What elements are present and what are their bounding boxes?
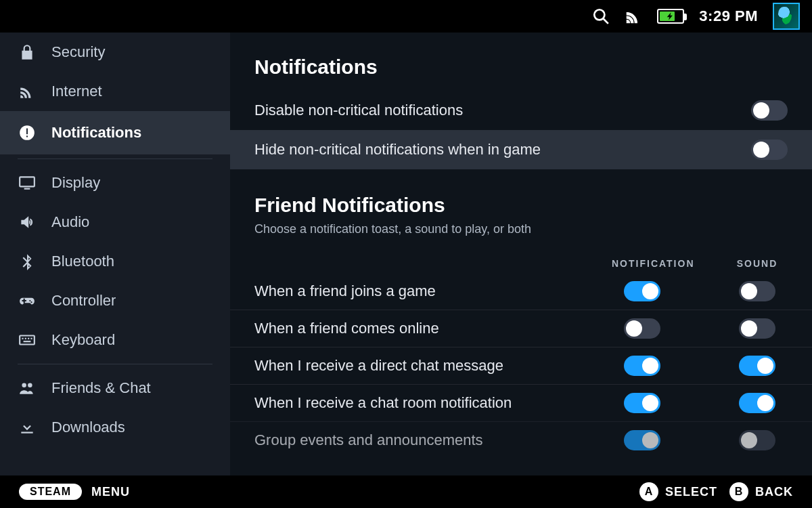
sidebar-item-bluetooth[interactable]: Bluetooth: [0, 242, 230, 281]
page-title: Notifications: [230, 56, 812, 91]
svg-rect-10: [28, 338, 29, 339]
friends-icon: [18, 379, 37, 398]
status-bar: 3:29 PM: [0, 0, 812, 33]
sidebar-item-controller[interactable]: Controller: [0, 281, 230, 320]
monitor-icon: [18, 173, 37, 192]
cast-icon[interactable]: [625, 7, 642, 25]
sidebar-item-label: Keyboard: [51, 331, 115, 349]
alert-icon: [18, 123, 37, 142]
friend-row-friend-online[interactable]: When a friend comes online: [230, 310, 812, 347]
select-hint: A SELECT: [639, 482, 717, 501]
toggle-label: Disable non-critical notifications: [254, 102, 463, 119]
steam-button[interactable]: STEAM: [19, 484, 82, 500]
menu-label: MENU: [91, 485, 130, 499]
back-label: BACK: [755, 485, 793, 499]
bottom-bar: STEAM MENU A SELECT B BACK: [0, 475, 812, 508]
svg-rect-6: [24, 188, 30, 190]
svg-point-14: [28, 383, 32, 387]
speaker-icon: [18, 213, 37, 232]
sidebar-item-label: Notifications: [51, 124, 141, 142]
bluetooth-icon: [18, 252, 37, 271]
sidebar-item-label: Internet: [51, 83, 102, 100]
sidebar-item-keyboard[interactable]: Keyboard: [0, 320, 230, 360]
svg-rect-4: [26, 135, 28, 137]
svg-rect-7: [20, 336, 35, 345]
main-panel: Notifications Disable non-critical notif…: [230, 33, 812, 475]
lock-icon: [18, 43, 37, 62]
search-icon[interactable]: [592, 7, 610, 25]
svg-rect-12: [24, 341, 31, 342]
select-label: SELECT: [665, 485, 717, 499]
friend-row-label: When a friend joins a game: [254, 282, 612, 300]
notification-switch[interactable]: [624, 393, 660, 413]
friend-row-label: When I receive a chat room notification: [254, 394, 612, 412]
sidebar-item-label: Security: [51, 43, 105, 61]
svg-rect-3: [26, 129, 28, 135]
sidebar-separator: [18, 364, 212, 364]
sound-switch[interactable]: [739, 281, 775, 301]
settings-sidebar: Security Internet Notifications Display …: [0, 33, 230, 475]
svg-rect-8: [22, 338, 23, 339]
avatar[interactable]: [773, 3, 800, 30]
svg-rect-9: [25, 338, 26, 339]
svg-point-13: [22, 383, 26, 387]
sidebar-item-label: Friends & Chat: [51, 379, 151, 397]
sidebar-item-label: Bluetooth: [51, 253, 114, 270]
sound-switch[interactable]: [739, 318, 775, 339]
svg-rect-5: [20, 177, 35, 186]
toggle-disable-noncritical[interactable]: Disable non-critical notifications: [230, 91, 812, 130]
sidebar-item-internet[interactable]: Internet: [0, 72, 230, 111]
a-button-icon: A: [639, 482, 658, 501]
sound-switch[interactable]: [739, 356, 775, 376]
sidebar-separator: [18, 158, 212, 159]
friend-row-label: Group events and announcements: [254, 431, 612, 449]
toggle-hide-noncritical-ingame[interactable]: Hide non-critical notifications when in …: [230, 130, 812, 169]
sidebar-item-downloads[interactable]: Downloads: [0, 408, 230, 447]
wifi-icon: [18, 82, 37, 101]
friend-table-header: NOTIFICATION SOUND: [230, 249, 812, 273]
sound-switch[interactable]: [739, 393, 775, 413]
svg-point-0: [595, 9, 605, 20]
col-header-notification: NOTIFICATION: [612, 258, 673, 269]
keyboard-icon: [18, 331, 37, 350]
toggle-label: Hide non-critical notifications when in …: [254, 141, 541, 158]
friend-row-label: When a friend comes online: [254, 320, 612, 337]
notification-switch[interactable]: [624, 430, 660, 450]
sidebar-item-security[interactable]: Security: [0, 33, 230, 72]
sidebar-item-audio[interactable]: Audio: [0, 203, 230, 242]
section-subtitle: Choose a notification toast, a sound to …: [230, 222, 812, 249]
notification-switch[interactable]: [624, 356, 660, 376]
sidebar-item-label: Display: [51, 174, 100, 192]
friend-row-direct-chat[interactable]: When I receive a direct chat message: [230, 347, 812, 384]
sidebar-item-label: Downloads: [51, 419, 125, 436]
friend-row-friend-joins-game[interactable]: When a friend joins a game: [230, 273, 812, 310]
back-hint: B BACK: [729, 482, 793, 501]
svg-line-1: [604, 18, 609, 24]
friend-row-label: When I receive a direct chat message: [254, 357, 612, 375]
section-title-friend-notifications: Friend Notifications: [230, 169, 812, 222]
toggle-switch[interactable]: [751, 100, 788, 121]
gamepad-icon: [18, 291, 37, 310]
toggle-switch[interactable]: [751, 140, 788, 160]
sidebar-item-friends[interactable]: Friends & Chat: [0, 368, 230, 408]
clock: 3:29 PM: [699, 7, 758, 25]
svg-rect-11: [30, 338, 32, 339]
sidebar-item-label: Controller: [51, 292, 116, 310]
download-icon: [18, 418, 37, 437]
b-button-icon: B: [729, 482, 748, 501]
sound-switch[interactable]: [739, 430, 775, 450]
friend-row-chatroom-notify[interactable]: When I receive a chat room notification: [230, 384, 812, 421]
friend-row-group-events[interactable]: Group events and announcements: [230, 421, 812, 459]
battery-icon: [657, 9, 684, 24]
sidebar-item-label: Audio: [51, 213, 89, 231]
col-header-sound: SOUND: [727, 258, 788, 269]
sidebar-item-notifications[interactable]: Notifications: [0, 111, 230, 154]
notification-switch[interactable]: [624, 281, 660, 301]
notification-switch[interactable]: [624, 318, 660, 339]
sidebar-item-display[interactable]: Display: [0, 163, 230, 203]
